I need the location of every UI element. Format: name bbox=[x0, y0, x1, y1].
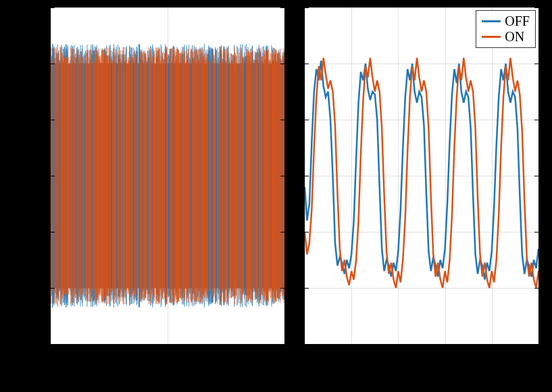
series-right-svg bbox=[305, 7, 538, 344]
xlabel-left: time [s] bbox=[50, 368, 285, 386]
xtick-left-5: 5 bbox=[154, 348, 181, 364]
legend-swatch-on bbox=[482, 36, 501, 38]
legend-swatch-off bbox=[482, 20, 501, 22]
xtick-right-0: 0 bbox=[291, 348, 318, 364]
plot-area-left bbox=[50, 7, 285, 345]
chart-left: 3 2 1 0 -1 -2 -3 0 5 10 time [s] joint v… bbox=[50, 7, 285, 345]
xtick-left-0: 0 bbox=[36, 348, 64, 364]
xtick-right-005: 0.05 bbox=[519, 348, 552, 364]
ytick-m2: -2 bbox=[33, 280, 50, 296]
legend-row-on: ON bbox=[482, 29, 530, 45]
ytick-p3: 3 bbox=[38, 0, 50, 15]
legend-label-on: ON bbox=[505, 29, 524, 45]
series-left-svg bbox=[51, 7, 284, 344]
ytick-m1: -1 bbox=[33, 224, 50, 240]
legend-label-off: OFF bbox=[505, 14, 530, 29]
legend: OFF ON bbox=[476, 10, 536, 48]
ylabel: joint velocity [rad/s] bbox=[3, 109, 22, 242]
ytick-0: 0 bbox=[38, 168, 50, 184]
legend-row-off: OFF bbox=[482, 14, 530, 29]
ytick-p1: 1 bbox=[38, 112, 50, 127]
chart-right: OFF ON 0 0.05 time [s] bbox=[304, 7, 539, 345]
xlabel-right: time [s] bbox=[304, 368, 539, 386]
plot-area-right: OFF ON bbox=[304, 7, 539, 345]
ytick-p2: 2 bbox=[38, 55, 50, 71]
